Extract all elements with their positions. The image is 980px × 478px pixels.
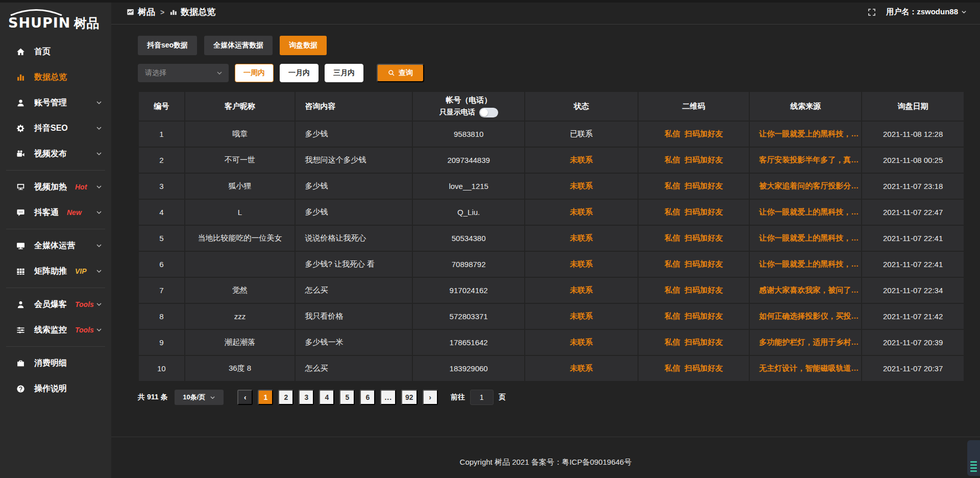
tab[interactable]: 抖音seo数据 (138, 36, 197, 55)
tab[interactable]: 询盘数据 (280, 36, 327, 55)
qr-link-scan-add-friend[interactable]: 扫码加好友 (684, 285, 723, 294)
range-button[interactable]: 一月内 (280, 64, 318, 82)
cell-nickname: 狐小狸 (185, 173, 296, 199)
sidebar-item-grid[interactable]: 矩阵助推 VIP (0, 258, 111, 284)
cell-source[interactable]: 让你一眼就爱上的黑科技，能... (749, 199, 862, 225)
breadcrumb-item-current[interactable]: 数据总览 (169, 6, 215, 18)
qr-link-scan-add-friend[interactable]: 扫码加好友 (684, 129, 723, 138)
sidebar-item-label: 会员爆客 (34, 299, 67, 310)
fullscreen-icon[interactable] (868, 8, 876, 16)
cell-source[interactable]: 被大家追着问的客厅投影分享... (749, 173, 862, 199)
question-icon (16, 385, 27, 393)
qr-link-scan-add-friend[interactable]: 扫码加好友 (684, 207, 723, 216)
qr-link-private-message[interactable]: 私信 (665, 312, 680, 320)
page-button[interactable]: 4 (319, 390, 334, 405)
page-button[interactable]: 2 (278, 390, 293, 405)
qr-link-scan-add-friend[interactable]: 扫码加好友 (684, 259, 723, 268)
qr-link-private-message[interactable]: 私信 (665, 155, 680, 164)
cell-qrcode: 私信 扫码加好友 (638, 173, 749, 199)
cell-source[interactable]: 无主灯设计，智能磁吸轨道灯... (749, 355, 862, 381)
sidebar: SHUPIN 树品 首页 数据总览 账号管理 抖音SEO 视频发布 (0, 0, 111, 478)
qr-link-private-message[interactable]: 私信 (665, 338, 680, 346)
page-size-label: 10条/页 (183, 393, 205, 402)
app: SHUPIN 树品 首页 数据总览 账号管理 抖音SEO 视频发布 (0, 0, 980, 478)
cell-source[interactable]: 让你一眼就爱上的黑科技，能... (749, 251, 862, 277)
sidebar-item-sliders[interactable]: 线索监控 Tools (0, 317, 111, 343)
range-button[interactable]: 一周内 (235, 64, 274, 82)
cell-source[interactable]: 让你一眼就爱上的黑科技，能... (749, 225, 862, 251)
phone-only-toggle[interactable] (479, 108, 498, 117)
qr-link-private-message[interactable]: 私信 (665, 233, 680, 242)
user-area: 用户名：zswodun88 (868, 7, 967, 17)
qr-link-private-message[interactable]: 私信 (665, 259, 680, 268)
copyright-text: Copyright 树品 2021 备案号：粤ICP备09019646号 (460, 458, 632, 466)
sidebar-item-chart[interactable]: 数据总览 (0, 64, 111, 90)
qr-link-scan-add-friend[interactable]: 扫码加好友 (684, 233, 723, 242)
qr-link-private-message[interactable]: 私信 (665, 285, 680, 294)
cell-status: 未联系 (525, 277, 638, 303)
cell-source[interactable]: 让你一眼就爱上的黑科技，能... (749, 121, 862, 147)
qr-link-scan-add-friend[interactable]: 扫码加好友 (684, 312, 723, 320)
query-button[interactable]: 查询 (377, 64, 424, 82)
qr-link-scan-add-friend[interactable]: 扫码加好友 (684, 338, 723, 346)
header-account: 帐号（电话） 只显示电话 (412, 91, 525, 121)
qr-link-private-message[interactable]: 私信 (665, 207, 680, 216)
page-button[interactable]: 5 (339, 390, 355, 405)
chevron-down-icon (96, 184, 102, 190)
cell-status: 未联系 (525, 355, 638, 381)
cell-account: 70898792 (412, 251, 525, 277)
sidebar-item-label: 操作说明 (34, 384, 67, 394)
app-logo[interactable]: SHUPIN 树品 (0, 5, 111, 33)
header-source: 线索来源 (749, 91, 862, 121)
prev-page-button[interactable]: ‹ (237, 390, 253, 405)
page-button[interactable]: 3 (299, 390, 314, 405)
cell-content: 我只看价格 (295, 303, 412, 329)
cell-source[interactable]: 多功能护栏灯，适用于乡村文... (749, 329, 862, 355)
cell-source[interactable]: 感谢大家喜欢我家，被问了好... (749, 277, 862, 303)
sidebar-item-chat[interactable]: 抖客通 New (0, 200, 111, 225)
sidebar-badge: New (67, 208, 82, 217)
sidebar-item-home[interactable]: 首页 (0, 39, 111, 64)
sidebar-item-heat[interactable]: 视频加热 Hot (0, 174, 111, 200)
header-date: 询盘日期 (862, 91, 964, 121)
page-ellipsis-button[interactable]: ... (380, 390, 396, 405)
goto-page-input[interactable] (470, 390, 494, 405)
cell-source[interactable]: 客厅安装投影半年多了，真实... (749, 147, 862, 173)
qr-link-scan-add-friend[interactable]: 扫码加好友 (684, 181, 723, 190)
table-row: 2 不可一世 我想问这个多少钱 2097344839 未联系 私信 扫码加好友 … (138, 147, 964, 173)
page-button[interactable]: 92 (401, 390, 418, 405)
breadcrumb-label: 数据总览 (181, 6, 215, 18)
username-label: 用户名：zswodun88 (886, 7, 958, 17)
qr-link-private-message[interactable]: 私信 (665, 181, 680, 190)
sidebar-divider (6, 229, 105, 229)
logo-text-en: SHUPIN (8, 15, 70, 31)
page-size-select[interactable]: 10条/页 (175, 390, 224, 405)
account-select[interactable]: 请选择 (138, 64, 229, 82)
cell-source[interactable]: 如何正确选择投影仪，买投影... (749, 303, 862, 329)
table-row: 3 狐小狸 多少钱 love__1215 未联系 私信 扫码加好友 被大家追着问… (138, 173, 964, 199)
sidebar-item-gear[interactable]: 抖音SEO (0, 115, 111, 141)
page-button[interactable]: 6 (360, 390, 375, 405)
page-button[interactable]: 1 (258, 390, 273, 405)
cell-content: 怎么买 (295, 355, 412, 381)
sidebar-item-monitor[interactable]: 全媒体运营 (0, 233, 111, 258)
next-page-button[interactable]: › (423, 390, 438, 405)
user-menu[interactable]: 用户名：zswodun88 (886, 7, 967, 17)
range-button[interactable]: 三月内 (325, 64, 363, 82)
qr-link-scan-add-friend[interactable]: 扫码加好友 (684, 155, 723, 164)
floating-widget[interactable] (967, 440, 980, 476)
sidebar-item-question[interactable]: 操作说明 (0, 376, 111, 401)
sidebar-item-user[interactable]: 账号管理 (0, 90, 111, 115)
sidebar-item-wallet[interactable]: 消费明细 (0, 350, 111, 376)
breadcrumb: 树品 > 数据总览 (127, 6, 215, 18)
qr-link-private-message[interactable]: 私信 (665, 129, 680, 138)
sidebar-item-member[interactable]: 会员爆客 Tools (0, 292, 111, 317)
sidebar-item-label: 线索监控 (34, 325, 67, 336)
sidebar-item-camera[interactable]: 视频发布 (0, 141, 111, 166)
table-row: 6 多少钱? 让我死心 看 70898792 未联系 私信 扫码加好友 让你一眼… (138, 251, 964, 277)
tab[interactable]: 全媒体运营数据 (204, 36, 273, 55)
qr-link-scan-add-friend[interactable]: 扫码加好友 (684, 364, 723, 372)
cell-content: 说说价格让我死心 (295, 225, 412, 251)
breadcrumb-item-home[interactable]: 树品 (127, 6, 155, 18)
qr-link-private-message[interactable]: 私信 (665, 364, 680, 372)
